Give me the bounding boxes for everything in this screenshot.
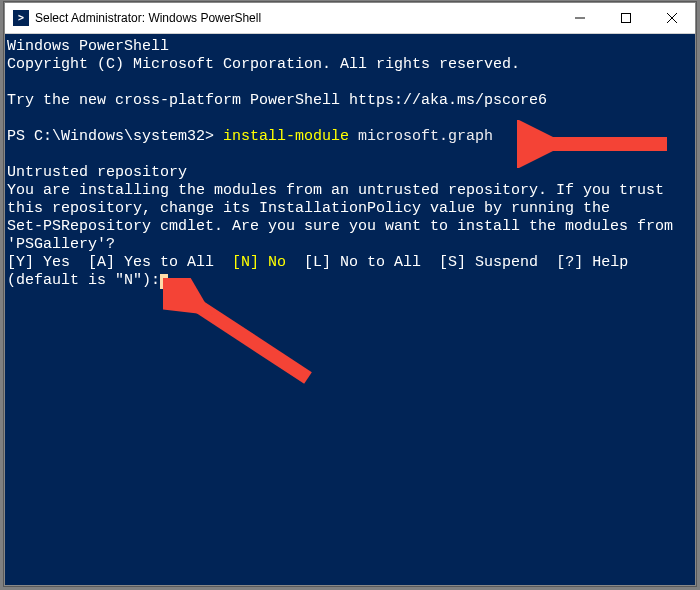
titlebar[interactable]: Select Administrator: Windows PowerShell [5,3,695,34]
option-yes-all: [A] Yes to All [88,254,232,271]
cmd-argument: microsoft.graph [349,128,493,145]
maximize-button[interactable] [603,3,649,34]
svg-line-5 [189,300,308,378]
warn-title: Untrusted repository [7,164,187,181]
powershell-icon [13,10,29,26]
minimize-button[interactable] [557,3,603,34]
option-no-all: [L] No to All [286,254,439,271]
default-hint: (default is "N"): [7,272,160,289]
close-button[interactable] [649,3,695,34]
svg-rect-1 [622,14,631,23]
annotation-arrow-2 [163,278,333,398]
ps-header-line1: Windows PowerShell [7,38,169,55]
ps-try-line: Try the new cross-platform PowerShell ht… [7,92,547,109]
text-cursor [160,274,168,289]
powershell-window: Select Administrator: Windows PowerShell… [4,2,696,586]
window-title: Select Administrator: Windows PowerShell [35,11,557,25]
warn-body: You are installing the modules from an u… [7,182,673,253]
terminal-area[interactable]: Windows PowerShell Copyright (C) Microso… [5,34,695,294]
ps-prompt: PS C:\Windows\system32> [7,128,223,145]
cmd-install-module: install-module [223,128,349,145]
option-yes: [Y] Yes [7,254,88,271]
ps-header-line2: Copyright (C) Microsoft Corporation. All… [7,56,520,73]
option-no: [N] No [232,254,286,271]
option-help: [?] Help [556,254,628,271]
option-suspend: [S] Suspend [439,254,556,271]
